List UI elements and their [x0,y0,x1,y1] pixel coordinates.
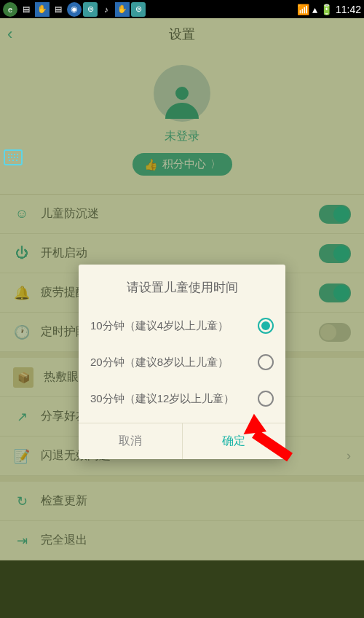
battery-icon: 🔋 [320,4,333,15]
radio-button[interactable] [258,391,274,407]
app-icon-5: ◉ [67,2,82,17]
app-icon-3: ✋ [35,2,50,17]
dialog-option-20min[interactable]: 20分钟（建议8岁以上儿童） [89,344,275,380]
radio-button[interactable] [258,354,274,370]
dialog-title: 请设置儿童使用时间 [79,265,285,308]
option-label: 30分钟（建议12岁以上儿童） [90,392,234,406]
dialog-option-30min[interactable]: 30分钟（建议12岁以上儿童） [89,380,275,417]
app-icon-9: ⊚ [131,2,146,17]
annotation-arrow [242,418,300,461]
radio-button[interactable] [258,318,274,334]
dialog-option-10min[interactable]: 10分钟（建议4岁以上儿童） [89,308,275,344]
status-time: 11:42 [336,4,361,15]
app-icon-6: ⊚ [83,2,98,17]
signal-icon: ▴ [312,4,317,15]
app-icon-8: ✋ [115,2,130,17]
option-label: 10分钟（建议4岁以上儿童） [90,319,229,333]
app-icon-1: e [3,2,17,17]
app-icon-4: ▤ [51,2,66,17]
status-bar: e ▤ ✋ ▤ ◉ ⊚ ♪ ✋ ⊚ 📶 ▴ 🔋 11:42 [0,0,364,18]
app-icon-2: ▤ [19,2,33,17]
wifi-icon: 📶 [297,4,309,15]
option-label: 20分钟（建议8岁以上儿童） [90,356,229,369]
app-icon-7: ♪ [99,2,114,17]
cancel-button[interactable]: 取消 [79,423,182,459]
